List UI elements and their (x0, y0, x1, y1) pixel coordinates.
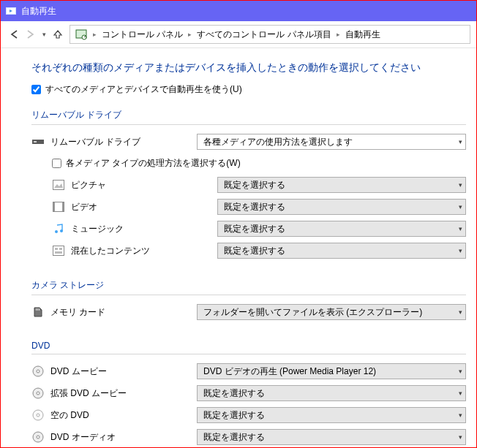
svg-rect-13 (53, 246, 64, 256)
row-removable-drive: リムーバブル ドライブ 各種メディアの使用方法を選択します ▾ (31, 132, 466, 151)
dropdown-value: 既定を選択する (203, 431, 265, 444)
disc-icon (31, 387, 45, 400)
svg-rect-9 (53, 202, 55, 211)
per-media-type-label: 各メディア タイプの処理方法を選択する(W) (66, 157, 241, 170)
nav-back-button[interactable] (7, 24, 21, 45)
address-bar[interactable]: ▸ コントロール パネル ▸ すべてのコントロール パネル項目 ▸ 自動再生 (70, 25, 470, 44)
row-enhanced-dvd: 拡張 DVD ムービー 既定を選択する ▾ (31, 384, 466, 403)
breadcrumb-sep-icon[interactable]: ▸ (334, 31, 342, 38)
row-blank-dvd: 空の DVD 既定を選択する ▾ (31, 406, 466, 425)
chevron-down-icon: ▾ (454, 138, 462, 145)
dropdown-mixed[interactable]: 既定を選択する ▾ (217, 243, 466, 259)
svg-rect-19 (39, 308, 40, 311)
dropdown-value: 既定を選択する (224, 179, 285, 191)
dropdown-dvd-audio[interactable]: 既定を選択する ▾ (197, 429, 466, 445)
nav-recent-dropdown[interactable]: ▾ (39, 31, 49, 38)
section-title-dvd: DVD (11, 341, 466, 354)
svg-point-21 (37, 370, 40, 373)
dropdown-value: フォルダーを開いてファイルを表示 (エクスプローラー) (203, 306, 422, 319)
chevron-down-icon: ▾ (454, 433, 462, 441)
svg-rect-17 (36, 308, 37, 311)
breadcrumb-all-items[interactable]: すべてのコントロール パネル項目 (194, 26, 334, 43)
disc-icon (31, 430, 45, 444)
row-label: 空の DVD (50, 409, 197, 422)
dropdown-memory-card[interactable]: フォルダーを開いてファイルを表示 (エクスプローラー) ▾ (197, 304, 466, 320)
row-label: 混在したコンテンツ (71, 245, 217, 257)
dropdown-value: DVD ビデオの再生 (Power Media Player 12) (203, 365, 376, 378)
row-label: 拡張 DVD ムービー (50, 387, 197, 400)
row-label: ビデオ (71, 201, 217, 213)
row-videos: ビデオ 既定を選択する ▾ (52, 197, 466, 216)
dropdown-music[interactable]: 既定を選択する ▾ (217, 221, 466, 237)
section-divider (31, 124, 466, 125)
row-dvd-audio: DVD オーディオ 既定を選択する ▾ (31, 428, 466, 447)
dropdown-value: 既定を選択する (224, 223, 285, 235)
svg-rect-14 (55, 248, 58, 250)
svg-point-27 (37, 436, 40, 438)
dropdown-value: 既定を選択する (224, 245, 285, 257)
chevron-down-icon: ▾ (454, 390, 462, 397)
nav-up-button[interactable] (50, 24, 65, 45)
row-label: DVD オーディオ (50, 431, 197, 444)
row-pictures: ピクチャ 既定を選択する ▾ (52, 175, 466, 194)
per-media-type-checkbox[interactable]: 各メディア タイプの処理方法を選択する(W) (52, 157, 466, 170)
nav-forward-button[interactable] (23, 24, 37, 45)
use-autoplay-checkbox[interactable]: すべてのメディアとデバイスで自動再生を使う(U) (11, 83, 466, 109)
disc-icon (31, 365, 45, 378)
dropdown-videos[interactable]: 既定を選択する ▾ (217, 199, 466, 215)
content-pane: それぞれの種類のメディアまたはデバイスを挿入したときの動作を選択してください す… (1, 48, 476, 448)
window-title: 自動再生 (21, 5, 56, 18)
chevron-down-icon: ▾ (454, 181, 462, 189)
svg-rect-15 (59, 248, 62, 250)
svg-rect-18 (37, 308, 38, 311)
chevron-down-icon: ▾ (454, 411, 462, 419)
section-title-removable: リムーバブル ドライブ (11, 109, 466, 124)
chevron-down-icon: ▾ (454, 203, 462, 210)
svg-point-11 (55, 230, 58, 233)
svg-rect-6 (53, 181, 64, 190)
disc-blank-icon (31, 409, 45, 422)
chevron-down-icon: ▾ (454, 247, 462, 254)
dropdown-pictures[interactable]: 既定を選択する ▾ (217, 177, 466, 193)
chevron-down-icon: ▾ (454, 308, 462, 316)
music-icon (52, 222, 65, 235)
dropdown-dvd-movie[interactable]: DVD ビデオの再生 (Power Media Player 12) ▾ (197, 363, 466, 379)
dropdown-value: 既定を選択する (203, 409, 265, 422)
dropdown-value: 既定を選択する (224, 201, 285, 213)
dropdown-value: 既定を選択する (203, 387, 265, 400)
control-panel-icon (75, 28, 88, 41)
titlebar: 自動再生 (1, 1, 476, 21)
svg-point-25 (37, 414, 40, 417)
row-label: メモリ カード (50, 306, 197, 319)
dropdown-blank-dvd[interactable]: 既定を選択する ▾ (197, 407, 466, 423)
use-autoplay-label: すべてのメディアとデバイスで自動再生を使う(U) (45, 83, 242, 96)
chevron-down-icon: ▾ (454, 225, 462, 232)
row-label: DVD ムービー (50, 365, 197, 378)
breadcrumb-autoplay[interactable]: 自動再生 (342, 26, 383, 43)
row-music: ミュージック 既定を選択する ▾ (52, 219, 466, 238)
breadcrumb-sep-icon[interactable]: ▸ (186, 31, 194, 38)
svg-point-23 (37, 392, 40, 395)
breadcrumb-control-panel[interactable]: コントロール パネル (99, 26, 186, 43)
svg-rect-10 (62, 202, 64, 211)
memory-card-icon (31, 305, 45, 319)
nav-bar: ▾ ▸ コントロール パネル ▸ すべてのコントロール パネル項目 ▸ 自動再生 (1, 21, 476, 48)
row-label: ミュージック (71, 223, 217, 235)
row-mixed: 混在したコンテンツ 既定を選択する ▾ (52, 241, 466, 260)
svg-point-12 (60, 229, 63, 232)
dropdown-removable-drive[interactable]: 各種メディアの使用方法を選択します ▾ (197, 134, 466, 150)
section-divider (31, 354, 466, 354)
section-divider (31, 295, 466, 295)
row-dvd-movie: DVD ムービー DVD ビデオの再生 (Power Media Player … (31, 362, 466, 381)
dropdown-enhanced-dvd[interactable]: 既定を選択する ▾ (197, 385, 466, 401)
drive-icon (31, 135, 45, 148)
per-media-type-checkbox-input[interactable] (52, 159, 61, 168)
use-autoplay-checkbox-input[interactable] (31, 85, 41, 94)
autoplay-window: 自動再生 ▾ ▸ コントロール パネル ▸ すべてのコントロール パネル項目 (0, 0, 477, 448)
dropdown-value: 各種メディアの使用方法を選択します (203, 136, 353, 148)
autoplay-title-icon (5, 5, 17, 17)
video-icon (52, 200, 65, 213)
breadcrumb-sep-icon[interactable]: ▸ (91, 31, 99, 38)
row-label: ピクチャ (71, 179, 217, 191)
mixed-content-icon (52, 244, 65, 257)
